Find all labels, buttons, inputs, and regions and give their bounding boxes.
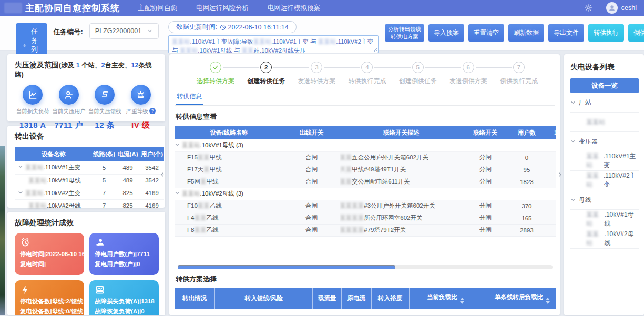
tree-item[interactable]: 某某站.10kV#2母线: [570, 229, 639, 249]
tab-transfer-info[interactable]: 转供信息: [176, 90, 203, 105]
step-2: 2创建转供任务: [241, 62, 291, 86]
stat-value: 1318 A: [15, 120, 51, 129]
current-cell: 825: [116, 187, 140, 199]
stat-value: 12 条: [87, 120, 123, 130]
top-nav: 主配协同自愈电网运行风险分析电网运行模拟预案: [138, 4, 320, 13]
transfer-execute-button[interactable]: 转供执行: [588, 24, 624, 42]
tree-item[interactable]: 某某站.110kV#1主变: [570, 151, 639, 171]
right-column: 失电设备列表 设备一览 厂站某某站变压器某某站.110kV#1主变某某站.110…: [564, 54, 644, 315]
task-list-icon: [23, 42, 26, 49]
import-plan-button[interactable]: 导入预案: [428, 24, 464, 42]
text-segment: .110kV#1主变 与: [271, 38, 318, 45]
help-icon[interactable]: ?: [149, 108, 156, 114]
caret-down-icon[interactable]: [18, 164, 23, 169]
nav-item-1[interactable]: 主配协同自愈: [138, 4, 177, 13]
tie-desc-cell: 某某交公用配电站611开关: [340, 176, 463, 188]
collapse-left-panel-icon[interactable]: [159, 171, 166, 178]
tree-item[interactable]: 某某站.10kV#1母线: [570, 210, 639, 229]
table-row[interactable]: F4某某乙线合闸某某某某所公用环网室602开关分闸1653(2)33未执行F8看…: [175, 212, 556, 224]
nav-item-3[interactable]: 电网运行模拟预案: [268, 4, 320, 13]
table-row[interactable]: 某某站.10kV#2母线78254169: [15, 199, 164, 212]
caret-down-icon[interactable]: [570, 197, 576, 202]
impact-stat: 严重等级?IV 级: [123, 85, 159, 130]
step-number: 4: [361, 62, 373, 73]
stat-label: 当前失压用户: [51, 108, 87, 115]
column-header: 用户数: [508, 126, 546, 139]
step-label: 发送倒供方案: [443, 77, 494, 86]
text-segment: .110kV#1主变: [44, 164, 81, 170]
users-cell: 1823: [508, 176, 546, 188]
tree-item[interactable]: 某某站: [570, 113, 639, 132]
caret-down-icon[interactable]: [18, 190, 23, 195]
table-row[interactable]: F15某某甲线合闸某某五金公用户外开关箱602开关分闸01(1)176未执行F1…: [175, 151, 556, 164]
user-menu[interactable]: ceshi: [606, 2, 637, 14]
tie-switch-cell: 分闸: [463, 212, 508, 224]
analyze-transfer-plan-button[interactable]: 分析转出馈线转供电方案: [385, 24, 424, 42]
table-row[interactable]: 某某站.110kV#2主变78254169: [15, 187, 164, 199]
table-row[interactable]: F10某某乙线合闸某某某某#3公用户外开关箱602开关分闸3702(1)24未执…: [175, 200, 556, 212]
task-no-label: 任务编号:: [54, 27, 83, 37]
collapse-right-panel-icon[interactable]: [557, 171, 563, 178]
column-header-sortable[interactable]: 单条线转后负载比: [482, 288, 556, 309]
users-cell: 165: [508, 212, 546, 224]
lines-cell: 7: [93, 199, 116, 212]
table-row[interactable]: 某某站.10kV#1母线54893542: [15, 174, 164, 187]
group-row[interactable]: 某某站.10kV#2母线 (3): [175, 188, 556, 200]
sort-icon[interactable]: [460, 298, 464, 304]
column-header: 载流量: [313, 288, 342, 309]
refresh-data-button[interactable]: 刷新数据: [508, 24, 544, 42]
caret-down-icon[interactable]: [570, 100, 576, 105]
reset-clear-button[interactable]: 重置清空: [468, 24, 504, 42]
column-header: 联络开关: [463, 126, 508, 139]
stat-card-line2: 复电时间|: [20, 259, 79, 269]
group-row[interactable]: 某某站.10kV#1母线 (3): [175, 139, 556, 151]
fault-description-textarea[interactable]: 某某站.110kV#1主变故障:导致某某站.110kV#1主变 与 某某站.11…: [168, 35, 379, 53]
table-row[interactable]: F5网某甲线合闸某某交公用配电站611开关分闸18233(2)37未执行F16马: [175, 176, 556, 188]
username: ceshi: [621, 4, 637, 12]
text-segment: 2: [101, 62, 105, 69]
alarm-clock-icon: [20, 237, 30, 248]
tree-group-母线[interactable]: 母线: [570, 190, 639, 210]
tree-item[interactable]: 某某站.110kV#2主变: [570, 171, 639, 190]
text-segment: F17天: [187, 166, 203, 172]
current-cell: 489: [116, 161, 140, 174]
caret-down-icon[interactable]: [570, 139, 576, 144]
redacted-text: 某某站: [586, 230, 605, 248]
stat-card-line2: 复电设备数|母线:0/馈线:0: [20, 307, 79, 315]
column-header-sortable[interactable]: 当前负载比: [409, 288, 482, 309]
task-no-select[interactable]: PLZG22000001: [89, 23, 159, 39]
settings-gear-icon[interactable]: [584, 4, 592, 12]
stat-label: 严重等级?: [123, 108, 159, 115]
text-segment: 乙线: [206, 227, 218, 233]
tie-switch-cell: 分闸: [463, 164, 508, 176]
stat-divider: [21, 118, 45, 118]
caret-down-icon[interactable]: [175, 142, 180, 147]
caret-down-icon[interactable]: [175, 190, 180, 196]
backfeed-execute-button[interactable]: 倒供执行: [628, 24, 644, 42]
table-row[interactable]: F8某某乙线合闸某某某某#79塔79T2开关分闸28933(1)97未执行F5和…: [175, 224, 556, 236]
out-switch-cell: 合闸: [283, 164, 340, 176]
text-segment: #3公用户外开关箱602开关: [364, 202, 435, 209]
step-label: 选择转供方案: [190, 77, 241, 86]
device-list-header: 设备一览: [570, 78, 639, 93]
table-row[interactable]: F17天某甲线合闸天某甲线#49塔49T1开关分闸954(3)171未执行F7天: [175, 164, 556, 176]
nav-item-2[interactable]: 电网运行风险分析: [196, 4, 249, 13]
table-row[interactable]: 某某站.110kV#1主变54893542: [15, 161, 164, 174]
users-cell: 0: [508, 151, 546, 164]
sort-icon[interactable]: [546, 298, 550, 304]
tie-desc-cell: 某某某某所公用环网室602开关: [340, 212, 463, 224]
text-segment: 台主变、: [105, 62, 131, 69]
tie-desc-cell: 某某某某#3公用户外开关箱602开关: [340, 200, 463, 212]
text-segment: F4: [187, 215, 194, 221]
lightning-icon: [20, 284, 30, 295]
tree-group-变压器[interactable]: 变压器: [570, 132, 639, 151]
export-file-button[interactable]: 导出文件: [548, 24, 584, 42]
users-cell: 2893: [508, 224, 546, 236]
tree-group-厂站[interactable]: 厂站: [570, 93, 639, 113]
tab-bar: 转供信息: [175, 90, 555, 106]
impact-stat: 当前失压馈线12 条: [87, 85, 123, 130]
fault-stats-panel: 故障处理统计成效 停电时间|2022-06-10 16:11复电时间|停电用户数…: [7, 212, 165, 315]
device-name-cell: 某某站.110kV#1主变: [15, 161, 93, 174]
scrollbar-thumb[interactable]: [178, 265, 395, 269]
tree-group-label: 厂站: [579, 98, 591, 107]
